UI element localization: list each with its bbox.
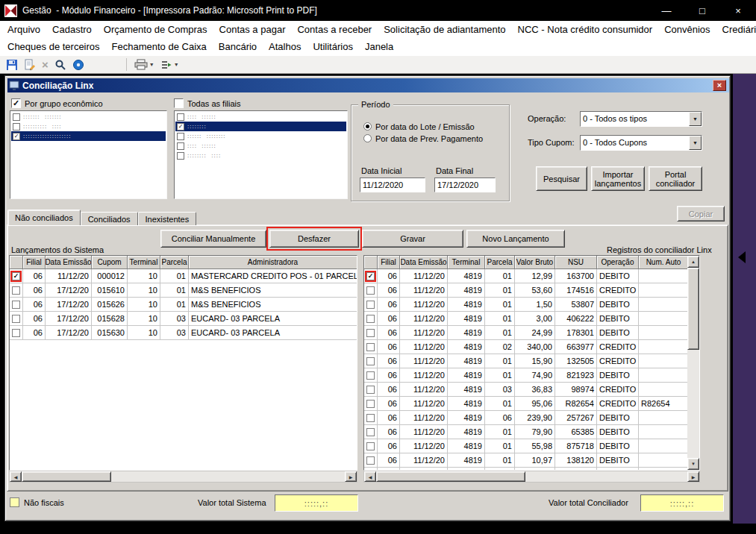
tab-nao-conciliados[interactable]: Não conciliados <box>7 210 81 225</box>
column-header[interactable]: Cupom <box>92 256 128 269</box>
por-data-lote-radio[interactable] <box>363 122 372 131</box>
row-checkbox[interactable] <box>366 301 375 309</box>
table-row[interactable]: ✓0611/12/200000121001MASTERCARD CREDITO … <box>10 269 357 283</box>
panel-collapse-arrow-icon[interactable] <box>738 251 746 263</box>
column-header[interactable] <box>364 256 378 269</box>
row-checkbox[interactable] <box>366 357 375 365</box>
vertical-scrollbar-thumb[interactable] <box>687 268 699 350</box>
column-header[interactable]: Terminal <box>128 256 160 269</box>
scroll-up-icon[interactable]: ▲ <box>687 256 699 268</box>
item-checkbox[interactable] <box>13 113 20 121</box>
table-row[interactable]: 0611/12/20481906239,90257267DEBITO <box>364 411 687 425</box>
column-header[interactable] <box>10 256 23 269</box>
table-row[interactable]: 0617/12/200156261001M&S BENEFICIOS <box>10 298 357 312</box>
item-checkbox[interactable]: ✓ <box>13 133 20 140</box>
novo-lancamento-button[interactable]: Novo Lançamento <box>466 230 565 248</box>
horizontal-scrollbar-thumb[interactable] <box>22 471 111 482</box>
menu-item[interactable]: Contas a receber <box>291 24 378 35</box>
table-row[interactable]: 0611/12/204819011,5053807DEBITO <box>364 298 687 312</box>
list-item[interactable]: :::::::: :::: <box>175 151 346 160</box>
column-header[interactable]: Valor Bruto <box>515 256 555 269</box>
todas-filiais-checkbox[interactable] <box>174 98 184 108</box>
row-checkbox[interactable] <box>366 442 375 450</box>
chevron-down-icon[interactable]: ▼ <box>689 136 702 150</box>
new-document-button[interactable] <box>21 57 39 72</box>
dialog-titlebar[interactable]: Conciliação Linx × <box>7 78 729 92</box>
tab-inexistentes[interactable]: Inexistentes <box>138 212 197 225</box>
row-checkbox[interactable] <box>12 315 20 323</box>
column-header[interactable]: Filial <box>378 256 400 269</box>
list-item[interactable]: :::::::::: :::: <box>11 122 166 131</box>
row-checkbox[interactable] <box>366 400 375 408</box>
scroll-left-icon[interactable]: ◀ <box>10 471 22 482</box>
menu-item[interactable]: Orçamento de Compras <box>98 24 213 35</box>
table-row[interactable]: 0617/12/200156101001M&S BENEFICIOS <box>10 283 357 298</box>
menu-item[interactable]: Fechamento de Caixa <box>106 41 213 52</box>
menu-item[interactable]: Cadastro <box>46 24 98 35</box>
row-checkbox[interactable] <box>366 343 375 351</box>
menu-item[interactable]: Cheques de terceiros <box>1 41 106 52</box>
row-checkbox[interactable] <box>366 428 375 436</box>
row-checkbox[interactable]: ✓ <box>12 272 20 280</box>
conciliar-manualmente-button[interactable]: Conciliar Manualmente <box>160 230 266 248</box>
dialog-close-button[interactable]: × <box>713 80 726 91</box>
column-header[interactable]: Administradora <box>189 256 357 269</box>
menu-item[interactable]: NCC - Nota crédito consumidor <box>512 24 659 35</box>
grupo-economico-listbox[interactable]: ::::::: ::::::::::::::::: ::::✓:::::::::… <box>10 110 167 199</box>
scroll-right-icon[interactable]: ▶ <box>687 471 699 482</box>
row-checkbox[interactable]: ✓ <box>366 272 375 280</box>
pesquisar-button[interactable]: Pesquisar <box>536 166 587 191</box>
column-header[interactable]: Data Emissão <box>46 256 92 269</box>
menu-item[interactable]: Contas a pagar <box>213 24 292 35</box>
column-header[interactable]: Num. Auto <box>639 256 689 269</box>
scroll-left-icon[interactable]: ◀ <box>364 471 376 482</box>
item-checkbox[interactable] <box>177 113 184 121</box>
portal-conciliador-button[interactable]: Portal conciliador <box>649 166 702 191</box>
menu-item[interactable]: Bancário <box>213 41 263 52</box>
maximize-button[interactable]: □ <box>684 0 720 21</box>
filiais-listbox[interactable]: :::: ::::::✓:::::::::::::: :::::::::::: … <box>174 110 348 199</box>
table-row[interactable]: 0611/12/2048190336,8398974CREDITO <box>364 383 687 397</box>
right-horizontal-scrollbar[interactable]: ◀ ▶ <box>363 471 700 483</box>
item-checkbox[interactable] <box>177 142 184 150</box>
menu-item[interactable]: Atalhos <box>263 41 307 52</box>
delete-button[interactable]: × <box>39 57 51 72</box>
importar-lancamentos-button[interactable]: Importar lançamentos <box>591 166 645 191</box>
close-button[interactable]: × <box>720 0 756 21</box>
list-item[interactable]: ✓:::::::::::::::::::: <box>11 131 166 141</box>
menu-item[interactable]: Janela <box>359 41 399 52</box>
table-row[interactable]: 0611/12/2048190124,99178301DEBITO <box>364 326 687 340</box>
row-checkbox[interactable] <box>366 414 375 422</box>
operacao-select[interactable]: 0 - Todos os tipos ▼ <box>580 111 702 127</box>
item-checkbox[interactable] <box>13 123 20 131</box>
copiar-button[interactable]: Copiar <box>677 206 725 222</box>
menu-item[interactable]: Arquivo <box>1 24 46 35</box>
export-button[interactable]: ▼ <box>157 57 182 72</box>
list-item[interactable]: ✓:::::::: <box>175 122 346 131</box>
menu-item[interactable]: Utilitários <box>307 41 358 52</box>
left-horizontal-scrollbar[interactable]: ◀ ▶ <box>9 471 357 483</box>
table-row[interactable]: 0611/12/2048190174,90821923DEBITO <box>364 368 687 383</box>
info-button[interactable] <box>69 57 87 72</box>
column-header[interactable]: Filial <box>23 256 46 269</box>
row-checkbox[interactable] <box>366 286 375 295</box>
table-row[interactable]: 0611/12/2048190195,06R82654CREDITOR82654 <box>364 397 687 411</box>
row-checkbox[interactable] <box>366 329 375 337</box>
table-row[interactable]: 0611/12/2048190110,97138120DEBITO <box>364 453 687 468</box>
row-checkbox[interactable] <box>12 286 20 295</box>
table-row[interactable]: 0611/12/204819013,00406222DEBITO <box>364 312 687 326</box>
tipo-cupom-select[interactable]: 0 - Todos Cupons ▼ <box>580 135 702 151</box>
menu-item[interactable]: Solicitação de adiantamento <box>378 24 511 35</box>
column-header[interactable]: Terminal <box>448 256 485 269</box>
horizontal-scrollbar-track[interactable] <box>111 471 345 482</box>
minimize-button[interactable]: — <box>649 0 684 21</box>
list-item[interactable]: :::: :::::: <box>175 112 346 122</box>
list-item[interactable]: ::::::: ::::::: <box>11 112 166 122</box>
table-row[interactable]: 0617/12/200156301003EUCARD- 03 PARCELA <box>10 326 357 340</box>
row-checkbox[interactable] <box>366 315 375 323</box>
column-header[interactable]: Data Emissão <box>400 256 448 269</box>
vertical-scrollbar-track[interactable] <box>687 350 699 458</box>
right-table-vertical-scrollbar[interactable]: ▲ ▼ <box>687 256 699 470</box>
column-header[interactable]: Operação <box>597 256 639 269</box>
table-row[interactable]: 0611/12/2048190155,98875718DEBITO <box>364 439 687 453</box>
